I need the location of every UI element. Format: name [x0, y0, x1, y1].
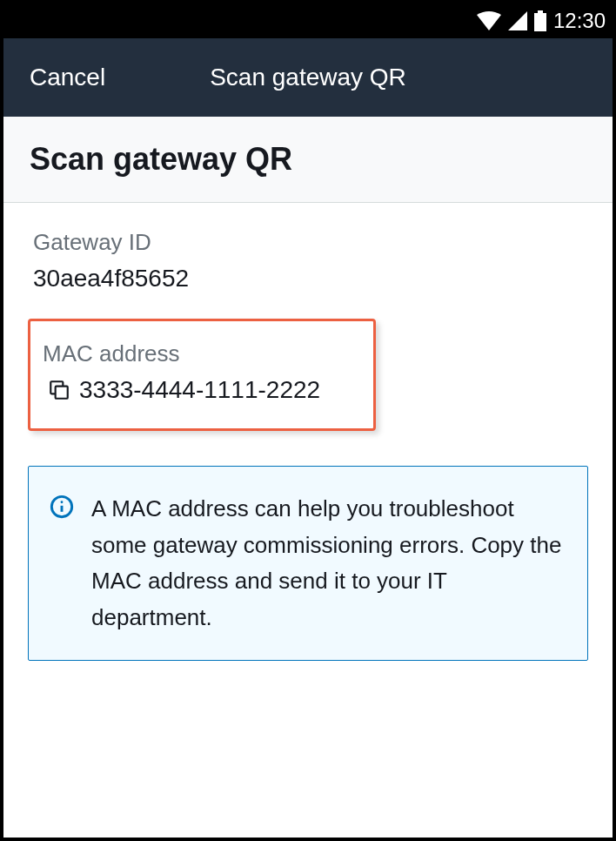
gateway-id-value: 30aea4f85652: [33, 265, 588, 293]
svg-rect-2: [56, 387, 68, 399]
gateway-section: Gateway ID 30aea4f85652: [28, 229, 588, 293]
gateway-id-label: Gateway ID: [33, 229, 588, 256]
info-box: A MAC address can help you troubleshoot …: [28, 466, 588, 661]
mac-address-label: MAC address: [43, 340, 361, 367]
copy-icon[interactable]: [48, 379, 70, 401]
content: Gateway ID 30aea4f85652 MAC address 3333…: [3, 203, 613, 838]
status-time: 12:30: [553, 9, 606, 33]
mac-address-section: MAC address 3333-4444-1111-2222: [28, 319, 376, 431]
page-title: Scan gateway QR: [30, 141, 586, 178]
status-bar: 12:30: [3, 3, 613, 38]
svg-rect-1: [534, 13, 546, 31]
wifi-icon: [477, 11, 501, 30]
info-icon: [50, 495, 74, 519]
nav-title: Scan gateway QR: [210, 64, 406, 91]
svg-rect-0: [538, 10, 543, 13]
subheader: Scan gateway QR: [3, 117, 613, 203]
cancel-button[interactable]: Cancel: [30, 64, 105, 91]
svg-point-5: [61, 501, 64, 503]
battery-icon: [534, 10, 546, 31]
nav-bar: Cancel Scan gateway QR: [3, 38, 613, 117]
signal-icon: [508, 11, 527, 30]
info-text: A MAC address can help you troubleshoot …: [91, 491, 563, 636]
mac-address-value: 3333-4444-1111-2222: [79, 376, 320, 404]
